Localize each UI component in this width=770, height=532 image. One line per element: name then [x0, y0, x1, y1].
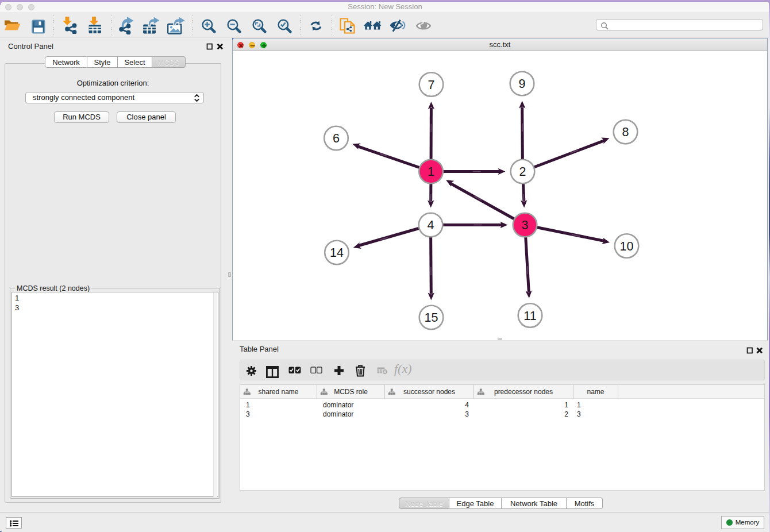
svg-text:3: 3: [522, 218, 529, 232]
svg-text:8: 8: [622, 125, 629, 139]
svg-text:10: 10: [620, 240, 634, 253]
svg-text:15: 15: [425, 311, 438, 325]
svg-text:2: 2: [519, 165, 526, 179]
svg-text:9: 9: [519, 77, 526, 91]
svg-text:11: 11: [523, 309, 536, 323]
svg-text:1: 1: [428, 165, 434, 179]
svg-text:7: 7: [428, 78, 435, 92]
svg-text:4: 4: [428, 218, 434, 232]
svg-text:14: 14: [330, 246, 344, 260]
svg-text:6: 6: [333, 132, 340, 145]
